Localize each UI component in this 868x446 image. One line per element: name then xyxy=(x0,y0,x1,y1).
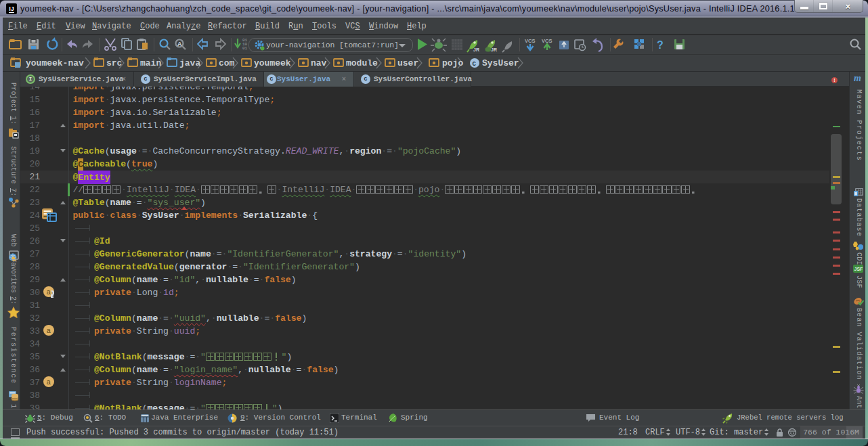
svg-text:C: C xyxy=(473,61,477,68)
svg-text:?: ? xyxy=(657,39,664,51)
svg-text:JR: JR xyxy=(473,47,479,52)
svg-text:01: 01 xyxy=(242,46,248,51)
svg-text:JR: JR xyxy=(491,47,497,52)
svg-text:A: A xyxy=(177,41,182,47)
svg-text:JSF: JSF xyxy=(854,267,864,271)
svg-text:VCS: VCS xyxy=(525,38,535,44)
